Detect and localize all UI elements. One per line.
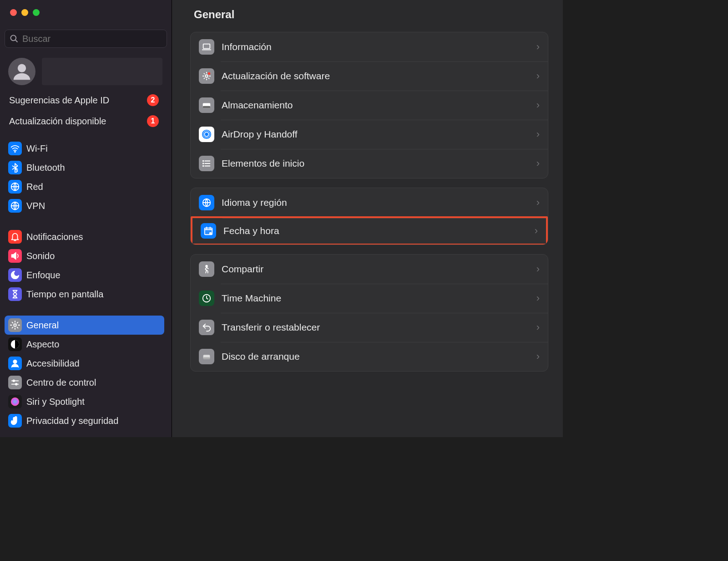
settings-item-label: Almacenamiento [222, 100, 529, 111]
svg-point-33 [209, 232, 212, 235]
svg-point-15 [205, 75, 208, 77]
settings-item-software-update[interactable]: Actualización de software› [191, 61, 548, 91]
svg-point-2 [18, 64, 26, 72]
settings-item-label: Compartir [222, 264, 529, 275]
settings-item-label: Transferir o restablecer [222, 322, 529, 333]
svg-point-6 [14, 324, 16, 326]
settings-item-storage[interactable]: Almacenamiento› [191, 91, 548, 120]
chevron-right-icon: › [536, 158, 540, 169]
svg-point-8 [13, 360, 16, 363]
svg-point-0 [11, 36, 16, 41]
chevron-right-icon: › [536, 99, 540, 111]
svg-point-19 [205, 133, 208, 136]
sidebar-item-accessibility[interactable]: Accesibilidad [5, 354, 164, 373]
bt-icon [8, 161, 22, 174]
search-field[interactable] [5, 30, 167, 48]
settings-item-label: AirDrop y Handoff [222, 129, 529, 140]
hourglass-icon [8, 287, 22, 301]
close-icon[interactable] [10, 9, 17, 16]
globe-icon [8, 180, 22, 194]
svg-point-3 [15, 151, 15, 152]
minimize-icon[interactable] [21, 9, 28, 16]
sliders-icon [8, 376, 22, 389]
sidebar-item-label: Tiempo en pantalla [26, 289, 103, 300]
settings-item-timemachine[interactable]: Time Machine› [191, 284, 548, 313]
settings-item-startup[interactable]: Disco de arranque› [191, 342, 548, 371]
sidebar-scroll[interactable]: Sugerencias de Apple ID2Actualización di… [0, 53, 172, 437]
sidebar-item-sound[interactable]: Sonido [5, 246, 164, 265]
window-controls [0, 0, 172, 25]
settings-item-airdrop[interactable]: AirDrop y Handoff› [191, 120, 548, 149]
settings-item-label: Disco de arranque [222, 351, 529, 362]
sidebar-item-vpn[interactable]: VPN [5, 196, 164, 215]
sidebar-item-wifi[interactable]: Wi-Fi [5, 139, 164, 158]
svg-point-11 [13, 380, 15, 382]
fullscreen-icon[interactable] [33, 9, 40, 16]
settings-item-transfer[interactable]: Transferir o restablecer› [191, 313, 548, 342]
sidebar-item-label: Bluetooth [26, 163, 65, 173]
walk-icon [199, 261, 214, 277]
sidebar-item-label: Siri y Spotlight [26, 397, 85, 407]
sidebar-item-label: Accesibilidad [26, 358, 80, 369]
settings-item-info[interactable]: Información› [191, 32, 548, 61]
notice-label: Actualización disponible [9, 116, 106, 127]
svg-point-34 [206, 265, 207, 267]
globe-icon [199, 195, 214, 210]
clock-icon [199, 291, 214, 306]
search-input[interactable] [22, 34, 162, 44]
sidebar-item-controlcenter[interactable]: Centro de control [5, 373, 164, 392]
settings-item-label: Elementos de inicio [222, 158, 529, 169]
avatar [8, 58, 35, 85]
svg-rect-37 [203, 357, 210, 359]
search-icon [10, 34, 19, 43]
chevron-right-icon: › [536, 351, 540, 362]
disk-icon [199, 349, 214, 364]
sidebar-item-label: Notificaciones [26, 232, 83, 242]
svg-line-1 [15, 40, 18, 42]
svg-point-25 [203, 161, 204, 162]
contrast-icon [8, 337, 22, 351]
sidebar-item-siri[interactable]: Siri y Spotlight [5, 392, 164, 411]
page-title: General [190, 0, 548, 32]
hand-icon [8, 414, 22, 428]
notice-0[interactable]: Sugerencias de Apple ID2 [0, 90, 169, 111]
svg-rect-18 [203, 106, 211, 108]
settings-item-datetime[interactable]: Fecha y hora› [191, 216, 548, 245]
notice-1[interactable]: Actualización disponible1 [0, 111, 169, 132]
settings-item-label: Fecha y hora [223, 225, 527, 236]
sidebar-item-network[interactable]: Red [5, 177, 164, 196]
sidebar-item-bluetooth[interactable]: Bluetooth [5, 158, 164, 177]
siri-icon [8, 395, 22, 408]
settings-item-label: Time Machine [222, 293, 529, 304]
list-icon [199, 156, 214, 171]
sidebar-item-label: Centro de control [26, 377, 96, 388]
svg-point-13 [11, 398, 19, 406]
sidebar-item-label: Sonido [26, 251, 55, 261]
sidebar-item-focus[interactable]: Enfoque [5, 265, 164, 285]
sidebar-item-privacy[interactable]: Privacidad y seguridad [5, 411, 164, 430]
settings-item-label: Idioma y región [222, 197, 529, 208]
gear-icon [8, 318, 22, 332]
sidebar-item-label: Red [26, 182, 43, 192]
chevron-right-icon: › [536, 128, 540, 140]
drive-icon [199, 97, 214, 113]
sidebar-item-screentime[interactable]: Tiempo en pantalla [5, 285, 164, 304]
chevron-right-icon: › [536, 41, 540, 53]
settings-item-sharing[interactable]: Compartir› [191, 255, 548, 284]
airdrop-icon [199, 127, 214, 142]
sidebar-item-label: VPN [26, 201, 45, 211]
settings-item-language[interactable]: Idioma y región› [191, 188, 548, 217]
chevron-right-icon: › [535, 225, 538, 237]
sidebar-item-appearance[interactable]: Aspecto [5, 335, 164, 354]
settings-window: Sugerencias de Apple ID2Actualización di… [0, 0, 563, 437]
sidebar-item-label: Enfoque [26, 270, 61, 280]
sidebar-item-label: Wi-Fi [26, 143, 48, 154]
main-panel: General Información›Actualización de sof… [172, 0, 563, 437]
sidebar-item-general[interactable]: General [5, 316, 164, 335]
sidebar-item-notifications[interactable]: Notificaciones [5, 227, 164, 246]
settings-item-login-items[interactable]: Elementos de inicio› [191, 149, 548, 178]
account-row[interactable] [0, 53, 169, 90]
undo-icon [199, 320, 214, 335]
settings-item-label: Información [222, 41, 529, 52]
chevron-right-icon: › [536, 197, 540, 209]
